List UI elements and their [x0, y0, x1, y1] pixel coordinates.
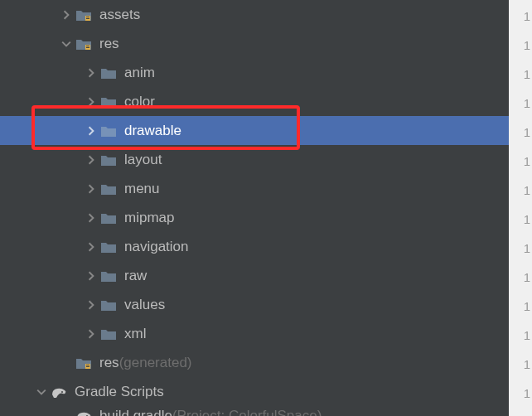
gutter-line: 1 [509, 292, 532, 321]
tree-item-values[interactable]: values [0, 290, 509, 319]
folder-icon [99, 180, 118, 198]
tree-item-mipmap[interactable]: mipmap [0, 203, 509, 232]
tree-item-anim[interactable]: anim [0, 58, 509, 87]
tree-label: assets [99, 7, 140, 23]
project-tree[interactable]: assets res anim color [0, 0, 509, 416]
folder-generated-icon [75, 6, 93, 24]
chevron-right-icon[interactable] [83, 181, 99, 197]
chevron-right-icon[interactable] [83, 123, 99, 139]
svg-point-9 [61, 391, 63, 393]
gutter-line: 1 [509, 89, 532, 118]
folder-icon [99, 296, 118, 314]
tree-label-suffix: (generated) [119, 355, 192, 371]
svg-rect-4 [86, 46, 89, 46]
chevron-right-icon[interactable] [83, 297, 99, 313]
tree-label: mipmap [124, 210, 174, 226]
chevron-down-icon[interactable] [33, 384, 50, 400]
tree-label: res [99, 355, 119, 371]
gutter-line: 1 [509, 205, 532, 234]
folder-icon [99, 122, 118, 140]
tree-item-res[interactable]: res [0, 29, 509, 58]
gutter-line: 1 [509, 2, 532, 31]
tree-item-raw[interactable]: raw [0, 261, 509, 290]
gutter-line: 1 [509, 118, 532, 147]
tree-item-gradle-scripts[interactable]: Gradle Scripts [0, 377, 509, 406]
tree-label: layout [124, 152, 162, 168]
gradle-icon [50, 383, 68, 401]
tree-label: values [124, 297, 165, 313]
tree-item-layout[interactable]: layout [0, 145, 509, 174]
folder-generated-icon [75, 354, 93, 372]
folder-icon [99, 325, 118, 343]
tree-item-color[interactable]: color [0, 87, 509, 116]
tree-item-build-gradle[interactable]: build.gradle (Project: ColorfulSpace) [0, 406, 509, 416]
gradle-icon [75, 407, 93, 417]
chevron-right-icon[interactable] [83, 94, 99, 110]
folder-generated-icon [75, 35, 93, 53]
svg-rect-1 [86, 17, 89, 17]
folder-icon [99, 238, 118, 256]
gutter-line: 1 [509, 31, 532, 60]
svg-rect-7 [86, 365, 89, 365]
editor-gutter: 1 1 1 1 1 1 1 1 1 1 1 1 1 1 [509, 0, 532, 416]
gutter-line: 1 [509, 350, 532, 379]
tree-label: navigation [124, 239, 189, 255]
chevron-right-icon[interactable] [83, 65, 99, 81]
svg-rect-2 [86, 18, 89, 19]
tree-item-navigation[interactable]: navigation [0, 232, 509, 261]
tree-label: menu [124, 181, 160, 197]
svg-rect-8 [86, 366, 89, 367]
chevron-right-icon[interactable] [83, 210, 99, 226]
svg-rect-5 [86, 47, 89, 48]
folder-icon [99, 93, 118, 111]
chevron-right-icon[interactable] [83, 326, 99, 342]
tree-item-xml[interactable]: xml [0, 319, 509, 348]
gutter-line: 1 [509, 176, 532, 205]
gutter-line: 1 [509, 234, 532, 263]
tree-label: drawable [124, 123, 181, 139]
chevron-right-icon[interactable] [58, 7, 75, 23]
tree-item-drawable[interactable]: drawable [0, 116, 509, 145]
folder-icon [99, 151, 118, 169]
tree-item-assets[interactable]: assets [0, 0, 509, 29]
tree-label: res [99, 36, 119, 52]
tree-label: raw [124, 268, 147, 284]
tree-item-menu[interactable]: menu [0, 174, 509, 203]
gutter-line: 1 [509, 147, 532, 176]
tree-label: xml [124, 326, 146, 342]
tree-label: color [124, 94, 155, 110]
chevron-down-icon[interactable] [58, 36, 75, 52]
gutter-line: 1 [509, 60, 532, 89]
tree-label: anim [124, 65, 155, 81]
chevron-right-icon[interactable] [83, 239, 99, 255]
chevron-right-icon[interactable] [83, 152, 99, 168]
gutter-line: 1 [509, 379, 532, 408]
tree-label: build.gradle [99, 408, 172, 417]
folder-icon [99, 209, 118, 227]
gutter-line: 1 [509, 263, 532, 292]
tree-item-res-generated[interactable]: res (generated) [0, 348, 509, 377]
gutter-line: 1 [509, 321, 532, 350]
tree-label-suffix: (Project: ColorfulSpace) [172, 408, 322, 417]
folder-icon [99, 267, 118, 285]
tree-label: Gradle Scripts [75, 384, 164, 400]
folder-icon [99, 64, 118, 82]
chevron-right-icon[interactable] [83, 268, 99, 284]
